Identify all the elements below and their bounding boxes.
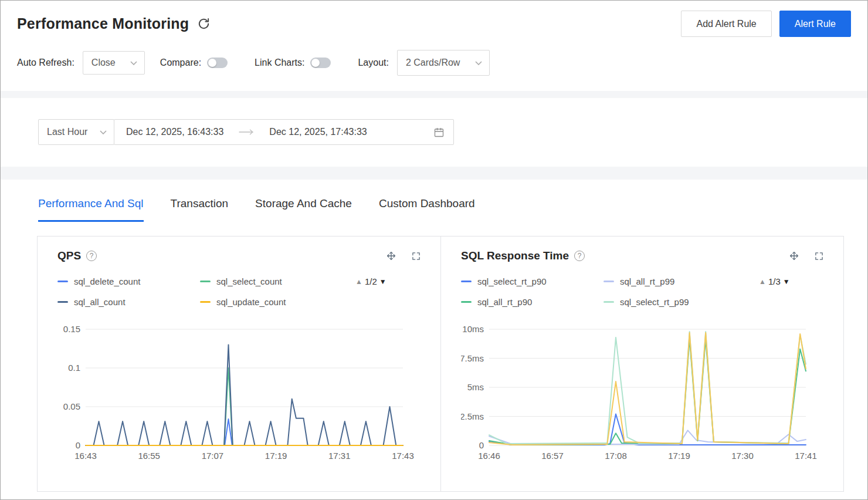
legend-item[interactable]: sql_update_count xyxy=(200,297,355,307)
page-title: Performance Monitoring xyxy=(17,15,189,32)
svg-text:17:43: 17:43 xyxy=(392,451,414,461)
fullscreen-icon[interactable] xyxy=(412,252,421,261)
sql-response-time-chart-card: SQL Response Time sql_select_rt_p90sql_a… xyxy=(440,237,843,491)
topbar-actions: Add Alert Rule Alert Rule xyxy=(681,11,851,37)
compare-toggle[interactable] xyxy=(207,58,228,68)
tab-performance-and-sql[interactable]: Performance And Sql xyxy=(38,197,144,222)
tab-storage-and-cache[interactable]: Storage And Cache xyxy=(255,197,352,222)
svg-text:16:55: 16:55 xyxy=(138,451,160,461)
svg-text:17:19: 17:19 xyxy=(668,451,690,461)
svg-text:2.5ms: 2.5ms xyxy=(461,411,484,421)
svg-text:0.05: 0.05 xyxy=(63,401,80,411)
svg-text:0.15: 0.15 xyxy=(63,324,80,334)
legend-marker-icon xyxy=(603,301,614,303)
add-alert-rule-button[interactable]: Add Alert Rule xyxy=(681,11,771,37)
calendar-icon xyxy=(434,127,444,137)
compare-label: Compare: xyxy=(160,58,201,68)
chart-title: SQL Response Time xyxy=(461,249,569,262)
sql-response-time-chart-canvas[interactable]: 02.5ms5ms7.5ms10ms16:4616:5717:0817:1917… xyxy=(461,315,823,463)
controls-row: Auto Refresh: Close Compare: Link Charts… xyxy=(1,43,867,91)
layout-label: Layout: xyxy=(358,58,388,68)
legend-marker-icon xyxy=(461,301,472,303)
help-icon[interactable] xyxy=(574,251,585,261)
chart-tools xyxy=(789,251,823,261)
legend-label: sql_all_rt_p90 xyxy=(477,297,532,307)
legend-label: sql_all_rt_p99 xyxy=(620,276,674,286)
alert-rule-button[interactable]: Alert Rule xyxy=(779,11,851,37)
layout-value: 2 Cards/Row xyxy=(406,58,460,68)
legend-item[interactable]: sql_delete_count xyxy=(57,276,200,286)
svg-text:17:08: 17:08 xyxy=(605,451,627,461)
monitoring-panel: Performance And Sql Transaction Storage … xyxy=(1,180,867,492)
range-end-value: Dec 12, 2025, 17:43:33 xyxy=(269,127,367,137)
legend-pager: ▲1/2▼ xyxy=(355,276,421,286)
legend-label: sql_select_rt_p99 xyxy=(620,297,689,307)
legend-marker-icon xyxy=(603,281,614,282)
qps-chart-canvas[interactable]: 00.050.10.1516:4316:5517:0717:1917:3117:… xyxy=(57,315,421,463)
tab-custom-dashboard[interactable]: Custom Dashboard xyxy=(379,197,475,222)
chart-title: QPS xyxy=(57,249,81,262)
refresh-icon[interactable] xyxy=(197,17,211,31)
qps-chart-card: QPS sql_delete_countsql_select_count▲1/2… xyxy=(38,237,440,491)
link-charts-label: Link Charts: xyxy=(255,58,304,68)
tab-bar: Performance And Sql Transaction Storage … xyxy=(38,197,867,222)
link-charts-toggle[interactable] xyxy=(310,58,331,68)
legend-item[interactable]: sql_select_rt_p90 xyxy=(461,276,603,286)
svg-text:16:46: 16:46 xyxy=(478,451,500,461)
chart-legend: sql_delete_countsql_select_count▲1/2▼sql… xyxy=(57,276,421,307)
legend-item[interactable]: sql_select_rt_p99 xyxy=(603,297,759,307)
legend-item[interactable]: sql_select_count xyxy=(200,276,355,286)
legend-label: sql_delete_count xyxy=(74,276,140,286)
chevron-down-icon xyxy=(475,61,482,65)
svg-text:0: 0 xyxy=(76,440,80,450)
move-chart-icon[interactable] xyxy=(386,251,396,261)
svg-text:17:19: 17:19 xyxy=(265,451,287,461)
svg-text:16:43: 16:43 xyxy=(74,451,97,461)
toggle-knob xyxy=(208,59,216,67)
legend-label: sql_select_count xyxy=(216,276,282,286)
svg-text:17:07: 17:07 xyxy=(202,451,224,461)
legend-prev-icon[interactable]: ▲ xyxy=(355,278,362,285)
svg-text:0: 0 xyxy=(479,440,484,450)
fullscreen-icon[interactable] xyxy=(815,252,823,261)
legend-item[interactable]: sql_all_rt_p90 xyxy=(461,297,603,307)
auto-refresh-select[interactable]: Close xyxy=(83,51,145,75)
tab-transaction[interactable]: Transaction xyxy=(171,197,229,222)
chart-header: SQL Response Time xyxy=(461,249,823,262)
section-divider xyxy=(1,91,867,98)
legend-marker-icon xyxy=(461,281,472,282)
layout-select[interactable]: 2 Cards/Row xyxy=(397,50,490,76)
svg-text:5ms: 5ms xyxy=(467,382,484,392)
legend-label: sql_update_count xyxy=(216,297,286,307)
section-divider xyxy=(1,167,867,180)
svg-text:7.5ms: 7.5ms xyxy=(461,353,484,363)
svg-text:16:57: 16:57 xyxy=(541,451,564,461)
legend-page-indicator: 1/3 xyxy=(768,276,781,286)
auto-refresh-value: Close xyxy=(91,58,116,68)
chevron-down-icon xyxy=(100,130,107,134)
topbar: Performance Monitoring Add Alert Rule Al… xyxy=(1,1,867,43)
svg-text:17:41: 17:41 xyxy=(795,451,817,461)
chart-tools xyxy=(386,251,421,261)
date-range-picker[interactable]: Dec 12, 2025, 16:43:33 Dec 12, 2025, 17:… xyxy=(114,119,454,145)
move-chart-icon[interactable] xyxy=(789,251,799,261)
legend-item[interactable]: sql_all_rt_p99 xyxy=(603,276,759,286)
svg-text:10ms: 10ms xyxy=(462,324,484,334)
chevron-down-icon xyxy=(130,61,137,65)
legend-prev-icon[interactable]: ▲ xyxy=(759,278,766,285)
time-filter-card: Last Hour Dec 12, 2025, 16:43:33 Dec 12,… xyxy=(1,98,867,167)
time-preset-value: Last Hour xyxy=(47,127,87,137)
charts-grid: QPS sql_delete_countsql_select_count▲1/2… xyxy=(37,236,844,492)
range-start-value: Dec 12, 2025, 16:43:33 xyxy=(126,127,223,137)
legend-marker-icon xyxy=(57,301,68,303)
legend-page-indicator: 1/2 xyxy=(365,276,377,286)
svg-text:17:30: 17:30 xyxy=(731,451,754,461)
time-preset-select[interactable]: Last Hour xyxy=(38,119,114,145)
toggle-knob xyxy=(311,59,320,67)
legend-next-icon[interactable]: ▼ xyxy=(783,278,790,285)
help-icon[interactable] xyxy=(86,251,97,261)
legend-next-icon[interactable]: ▼ xyxy=(379,278,386,285)
legend-item[interactable]: sql_all_count xyxy=(57,297,200,307)
auto-refresh-label: Auto Refresh: xyxy=(17,58,74,68)
legend-label: sql_all_count xyxy=(74,297,126,307)
